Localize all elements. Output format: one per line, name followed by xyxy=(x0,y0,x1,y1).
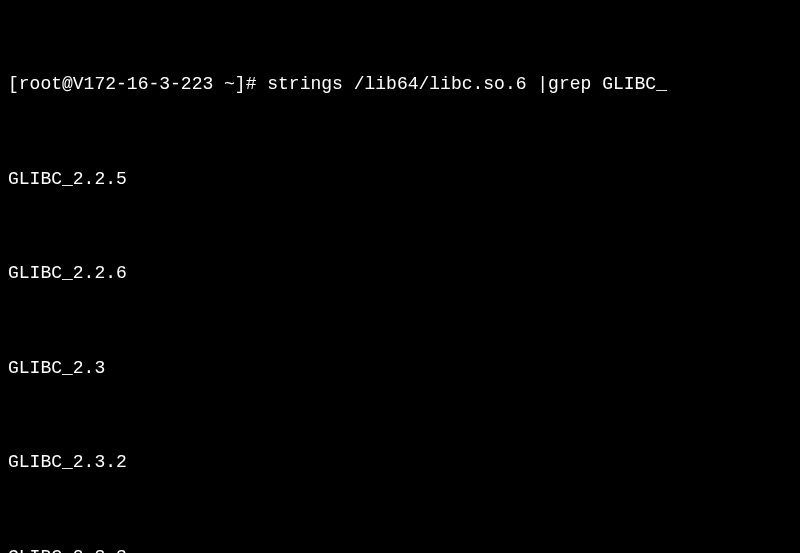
command-text: strings /lib64/libc.so.6 |grep GLIBC_ xyxy=(256,74,666,94)
terminal-window[interactable]: [root@V172-16-3-223 ~]# strings /lib64/l… xyxy=(8,6,792,553)
prompt-bracket-close: ]# xyxy=(235,74,257,94)
output-line: GLIBC_2.2.6 xyxy=(8,258,792,290)
output-line: GLIBC_2.3 xyxy=(8,353,792,385)
prompt-bracket-open: [ xyxy=(8,74,19,94)
prompt-user-host: root@V172-16-3-223 ~ xyxy=(19,74,235,94)
output-line: GLIBC_2.3.2 xyxy=(8,447,792,479)
output-line: GLIBC_2.3.3 xyxy=(8,542,792,554)
output-line: GLIBC_2.2.5 xyxy=(8,164,792,196)
command-line-1: [root@V172-16-3-223 ~]# strings /lib64/l… xyxy=(8,69,792,101)
